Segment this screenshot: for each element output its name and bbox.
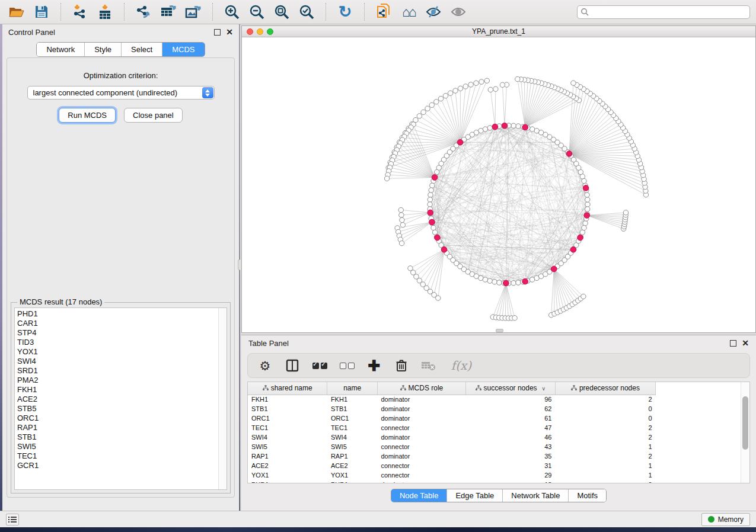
table-row[interactable]: ORC1ORC1dominator610 (248, 414, 656, 423)
import-network-icon[interactable] (69, 2, 91, 21)
dominator-node[interactable] (502, 123, 508, 129)
mcds-result-item[interactable]: CAR1 (17, 319, 227, 328)
zoom-fit-icon[interactable] (271, 2, 292, 21)
mcds-result-item[interactable]: STB5 (17, 404, 227, 414)
column-header-successor-nodes[interactable]: successor nodes∨ (465, 382, 555, 395)
column-header-shared-name[interactable]: shared name (248, 382, 327, 395)
eye-slash-icon[interactable] (423, 2, 444, 21)
mcds-result-item[interactable]: SRD1 (17, 366, 227, 376)
close-panel-icon[interactable]: ✕ (226, 28, 233, 36)
columns-icon[interactable] (285, 358, 300, 373)
mcds-result-item[interactable]: TEC1 (17, 451, 227, 461)
export-image-icon[interactable] (183, 2, 204, 21)
open-folder-icon[interactable] (6, 2, 27, 21)
mcds-result-item[interactable]: TID3 (17, 338, 227, 347)
add-column-icon[interactable]: ✚ (366, 358, 382, 373)
refresh-icon[interactable]: ↻ (334, 2, 356, 21)
mcds-result-item[interactable]: PHD1 (17, 309, 227, 319)
mcds-result-item[interactable]: RAP1 (17, 423, 227, 432)
float-panel-icon[interactable] (214, 29, 221, 36)
deselect-all-icon[interactable] (339, 358, 355, 373)
dominator-node[interactable] (566, 151, 572, 157)
tab-motifs[interactable]: Motifs (569, 489, 606, 502)
export-table-icon[interactable] (158, 2, 179, 21)
table-row[interactable]: YOX1YOX1connector291 (248, 470, 656, 480)
run-mcds-button[interactable]: Run MCDS (59, 108, 116, 123)
mcds-result-item[interactable]: STB1 (17, 432, 227, 442)
network-canvas[interactable] (242, 37, 755, 332)
import-table-icon[interactable] (94, 2, 116, 21)
tab-mcds[interactable]: MCDS (162, 43, 204, 56)
dominator-node[interactable] (584, 213, 590, 219)
table-row[interactable]: RAP1RAP1dominator352 (248, 451, 656, 461)
network-titlebar[interactable]: YPA_prune.txt_1 (242, 26, 755, 37)
table-scrollbar[interactable] (741, 382, 749, 483)
dominator-node[interactable] (441, 246, 447, 252)
dominator-node[interactable] (570, 246, 576, 252)
table-row[interactable]: TEC1TEC1connector472 (248, 423, 656, 432)
dominator-node[interactable] (583, 185, 589, 191)
horizontal-splitter-handle[interactable] (496, 329, 503, 332)
mcds-result-item[interactable]: FKH1 (17, 385, 227, 395)
mcds-result-item[interactable]: ACE2 (17, 395, 227, 404)
mcds-result-item[interactable]: GCR1 (17, 461, 227, 470)
delete-column-icon[interactable] (394, 358, 409, 373)
close-table-panel-icon[interactable]: ✕ (742, 339, 749, 347)
dominator-node[interactable] (435, 235, 441, 241)
table-row[interactable]: SWI5SWI5connector431 (248, 442, 656, 451)
dominator-node[interactable] (551, 266, 557, 272)
table-row[interactable]: PHD1PHD1dominator180 (248, 480, 656, 483)
export-network-icon[interactable] (133, 2, 154, 21)
float-table-panel-icon[interactable] (730, 340, 736, 347)
criterion-select[interactable]: largest connected component (undirected) (27, 86, 215, 100)
gear-icon[interactable]: ⚙ (257, 358, 273, 373)
tab-edge-table[interactable]: Edge Table (447, 489, 503, 502)
result-list-scrollbar[interactable] (218, 308, 227, 489)
mcds-result-item[interactable]: PMA2 (17, 376, 227, 385)
dominator-node[interactable] (503, 280, 509, 286)
zoom-out-icon[interactable] (246, 2, 267, 21)
table-row[interactable]: SWI4SWI4dominator462 (248, 432, 656, 442)
mcds-result-item[interactable]: YOX1 (17, 347, 227, 357)
dominator-node[interactable] (457, 139, 463, 145)
mcds-result-item[interactable]: SWI4 (17, 357, 227, 366)
column-header-MCDS-role[interactable]: MCDS role (377, 382, 465, 395)
tab-style[interactable]: Style (85, 43, 122, 56)
network-graph[interactable] (242, 37, 755, 332)
dominator-node[interactable] (432, 175, 438, 181)
mcds-result-item[interactable]: SWI5 (17, 442, 227, 451)
column-header-predecessor-nodes[interactable]: predecessor nodes (555, 382, 655, 395)
tab-network[interactable]: Network (37, 43, 85, 56)
mcds-result-item[interactable]: STP4 (17, 328, 227, 338)
save-icon[interactable] (31, 2, 52, 21)
table-row[interactable]: ACE2ACE2connector311 (248, 461, 656, 470)
memory-button[interactable]: Memory (701, 513, 750, 526)
dominator-node[interactable] (428, 210, 433, 216)
tab-select[interactable]: Select (122, 43, 162, 56)
delete-table-icon[interactable] (421, 358, 436, 373)
table-scrollbar-thumb[interactable] (742, 396, 748, 450)
mcds-result-item[interactable]: ORC1 (17, 414, 227, 423)
dominator-node[interactable] (492, 124, 498, 130)
binoculars-icon[interactable]: ⌂⌂ (398, 2, 419, 21)
close-panel-button[interactable]: Close panel (124, 108, 183, 123)
mcds-result-list[interactable]: PHD1CAR1STP4TID3YOX1SWI4SRD1PMA2FKH1ACE2… (14, 307, 227, 490)
dominator-node[interactable] (522, 124, 528, 130)
function-builder-icon[interactable]: f(x) (448, 358, 474, 373)
eye-icon[interactable] (448, 2, 469, 21)
dominator-node[interactable] (578, 235, 583, 241)
memory-label: Memory (718, 515, 744, 524)
select-all-icon[interactable] (312, 358, 327, 373)
column-header-name[interactable]: name (327, 382, 378, 395)
dominator-node[interactable] (522, 278, 528, 284)
zoom-in-icon[interactable] (221, 2, 243, 21)
table-row[interactable]: STB1STB1dominator620 (248, 404, 656, 414)
tab-network-table[interactable]: Network Table (503, 489, 569, 502)
zoom-selected-icon[interactable] (296, 2, 317, 21)
search-input[interactable] (577, 5, 750, 19)
tab-node-table[interactable]: Node Table (391, 489, 448, 502)
dominator-node[interactable] (429, 219, 435, 225)
task-history-button[interactable] (6, 514, 19, 525)
copy-network-icon[interactable] (373, 2, 394, 21)
table-row[interactable]: FKH1FKH1dominator962 (248, 395, 656, 404)
